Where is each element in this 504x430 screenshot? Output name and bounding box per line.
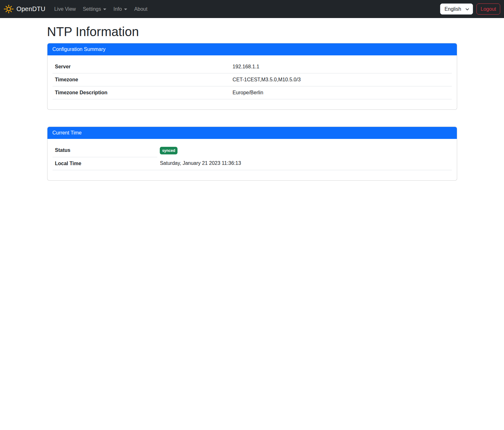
- caret-down-icon: [103, 9, 106, 10]
- row-value: Saturday, January 21 2023 11:36:13: [157, 157, 451, 170]
- brand-label: OpenDTU: [16, 5, 45, 13]
- language-select-wrap: English: [440, 3, 473, 15]
- main-content: NTP Information Configuration Summary Se…: [47, 25, 457, 181]
- caret-down-icon: [124, 9, 127, 10]
- row-value: 192.168.1.1: [230, 60, 451, 73]
- nav-item-label: Live View: [54, 6, 76, 12]
- status-badge: synced: [160, 147, 177, 154]
- table-row: Local Time Saturday, January 21 2023 11:…: [53, 157, 452, 170]
- configuration-summary-card: Configuration Summary Server 192.168.1.1…: [47, 43, 457, 110]
- row-value: Europe/Berlin: [230, 86, 451, 99]
- top-navbar: OpenDTU Live View Settings Info About En…: [0, 0, 504, 18]
- table-row: Status synced: [53, 144, 452, 157]
- current-time-card: Current Time Status synced Local Time Sa…: [47, 127, 457, 181]
- nav-item-live-view[interactable]: Live View: [52, 4, 78, 15]
- page-title: NTP Information: [47, 25, 457, 39]
- table-row: Timezone Description Europe/Berlin: [53, 86, 452, 99]
- card-header: Configuration Summary: [47, 43, 457, 55]
- brand-link[interactable]: OpenDTU: [4, 4, 45, 14]
- table-row: Timezone CET-1CEST,M3.5.0,M10.5.0/3: [53, 73, 452, 86]
- configuration-summary-table: Server 192.168.1.1 Timezone CET-1CEST,M3…: [53, 60, 452, 99]
- row-label: Local Time: [53, 157, 158, 170]
- nav-item-label: Info: [113, 6, 122, 12]
- card-header: Current Time: [47, 127, 457, 139]
- row-value: synced: [157, 144, 451, 157]
- language-select[interactable]: English: [440, 3, 473, 15]
- nav-item-settings[interactable]: Settings: [80, 4, 109, 15]
- navbar-right-controls: English Logout: [440, 3, 500, 15]
- nav-item-label: About: [134, 6, 147, 12]
- sun-icon: [4, 4, 14, 14]
- nav-menu: Live View Settings Info About: [52, 4, 152, 15]
- nav-item-label: Settings: [83, 6, 101, 12]
- logout-button[interactable]: Logout: [476, 3, 500, 15]
- current-time-table: Status synced Local Time Saturday, Janua…: [53, 144, 452, 170]
- card-body: Status synced Local Time Saturday, Janua…: [47, 139, 457, 180]
- row-label: Status: [53, 144, 158, 157]
- row-label: Server: [53, 60, 230, 73]
- nav-item-info[interactable]: Info: [111, 4, 130, 15]
- table-row: Server 192.168.1.1: [53, 60, 452, 73]
- card-body: Server 192.168.1.1 Timezone CET-1CEST,M3…: [47, 55, 457, 109]
- row-value: CET-1CEST,M3.5.0,M10.5.0/3: [230, 73, 451, 86]
- row-label: Timezone Description: [53, 86, 230, 99]
- nav-item-about[interactable]: About: [132, 4, 150, 15]
- row-label: Timezone: [53, 73, 230, 86]
